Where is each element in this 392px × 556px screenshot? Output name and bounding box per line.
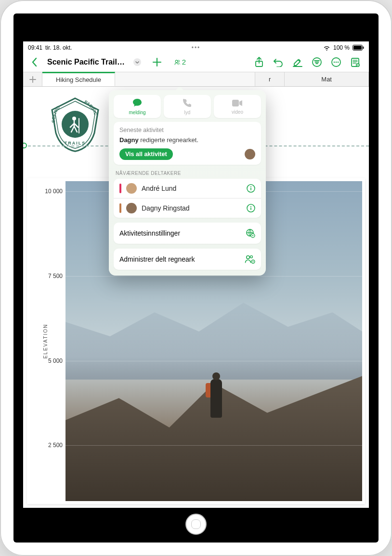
svg-rect-26 (250, 208, 251, 211)
document-title[interactable]: Scenic Pacific Trail Se... (45, 58, 127, 66)
y-tick: 5 000 (41, 357, 63, 364)
svg-point-22 (250, 186, 251, 187)
participants-heading: NÅVÆRENDE DELTAKERE (116, 171, 259, 176)
tab-mat[interactable]: Mat (285, 72, 369, 86)
svg-point-5 (178, 60, 179, 61)
format-brush-button[interactable] (288, 54, 307, 70)
y-axis-label: ELEVATION (43, 324, 48, 359)
app-toolbar: Scenic Pacific Trail Se... 2 (23, 52, 369, 72)
collaborator-count: 2 (182, 58, 186, 66)
activity-settings-row[interactable]: Aktivitetsinnstillinger (114, 223, 261, 244)
activity-line: Dagny redigerte regnearket. (119, 136, 255, 144)
y-tick: 10 000 (41, 188, 63, 195)
participant-name: André Lund (142, 185, 176, 192)
show-all-activity-button[interactable]: Vis all aktivitet (119, 148, 173, 160)
manage-shared-row[interactable]: Administrer delt regneark (114, 249, 261, 270)
trails-logo-badge: SCENIC PACIFIC TRAILS (46, 95, 104, 153)
collaboration-popover: melding lyd video (109, 90, 266, 276)
status-bar: 09:41 tir. 18. okt. ••• 100 % (23, 41, 369, 52)
participant-color (119, 184, 121, 193)
message-label: melding (129, 110, 145, 115)
y-tick: 2 500 (41, 442, 63, 449)
svg-point-3 (133, 58, 141, 66)
more-button[interactable] (327, 54, 346, 70)
status-time: 09:41 (28, 44, 42, 51)
tab-label: Mat (321, 76, 332, 83)
svg-point-33 (252, 261, 253, 262)
add-sheet-button[interactable] (23, 72, 42, 86)
title-chevron-down-icon[interactable] (131, 54, 144, 70)
battery-icon (353, 45, 364, 51)
battery-percent: 100 % (333, 44, 350, 51)
share-button[interactable] (249, 54, 269, 70)
info-icon[interactable] (247, 204, 255, 212)
participant-name: Dagny Ringstad (142, 204, 190, 212)
participant-color (119, 203, 121, 213)
info-icon[interactable] (247, 184, 255, 193)
participant-row[interactable]: Dagny Ringstad (114, 199, 261, 218)
svg-rect-2 (363, 47, 364, 49)
view-mode-button[interactable] (346, 54, 365, 70)
screen: 09:41 tir. 18. okt. ••• 100 % (23, 41, 369, 508)
multitask-dots-icon[interactable]: ••• (192, 44, 201, 51)
tab-label: r (269, 76, 271, 83)
svg-rect-20 (232, 100, 239, 106)
undo-button[interactable] (269, 54, 288, 70)
tab-partial[interactable]: r (255, 72, 285, 86)
screen-bezel: 09:41 tir. 18. okt. ••• 100 % (13, 13, 379, 543)
back-button[interactable] (27, 54, 41, 70)
ipad-device-frame: 09:41 tir. 18. okt. ••• 100 % (0, 0, 392, 556)
wifi-icon (323, 45, 330, 51)
svg-rect-1 (353, 46, 362, 50)
manage-shared-label: Administrer delt regneark (119, 255, 195, 263)
svg-point-31 (250, 256, 253, 258)
svg-point-9 (334, 61, 335, 63)
phone-icon (183, 98, 192, 109)
participant-avatar (126, 203, 137, 213)
y-tick: 7 500 (41, 273, 63, 279)
tab-hiking-schedule[interactable]: Hiking Schedule (42, 72, 115, 86)
home-button[interactable] (185, 514, 207, 535)
video-icon (232, 99, 243, 109)
status-date: tir. 18. okt. (45, 44, 72, 51)
people-gear-icon (245, 254, 255, 264)
participant-avatar (126, 183, 137, 194)
activity-settings-label: Aktivitetsinnstillinger (119, 229, 180, 237)
filter-button[interactable] (307, 54, 327, 70)
audio-label: lyd (184, 110, 191, 115)
collaboration-button[interactable]: 2 (170, 54, 190, 70)
svg-text:TRAILS: TRAILS (65, 141, 86, 146)
add-button[interactable] (147, 54, 167, 70)
participant-row[interactable]: André Lund (114, 179, 261, 199)
svg-rect-23 (250, 188, 251, 191)
activity-text: redigerte regnearket. (139, 136, 198, 144)
video-pill[interactable]: video (214, 95, 261, 118)
svg-point-4 (175, 60, 178, 62)
sheet-tabs: Hiking Schedule r Mat (23, 72, 369, 87)
svg-point-14 (357, 64, 358, 65)
message-icon (132, 98, 142, 109)
globe-gear-icon (246, 228, 255, 238)
recent-activity-heading: Seneste aktivitet (119, 127, 255, 133)
svg-point-25 (250, 206, 251, 207)
activity-actor: Dagny (119, 136, 139, 144)
video-label: video (232, 109, 243, 115)
activity-avatar (245, 149, 255, 159)
svg-point-11 (338, 61, 339, 63)
spreadsheet-canvas[interactable]: SCENIC PACIFIC TRAILS ELEVATION 10 000 7… (23, 87, 369, 508)
selection-handle[interactable] (23, 143, 27, 148)
message-pill[interactable]: melding (114, 95, 161, 118)
participants-list: André Lund Dagny Ringstad (114, 179, 261, 218)
svg-point-29 (252, 235, 253, 236)
tab-label: Hiking Schedule (56, 76, 101, 83)
recent-activity-card: Seneste aktivitet Dagny redigerte regnea… (114, 122, 261, 165)
audio-pill[interactable]: lyd (164, 95, 211, 118)
svg-point-10 (336, 61, 337, 63)
svg-point-30 (247, 256, 249, 259)
